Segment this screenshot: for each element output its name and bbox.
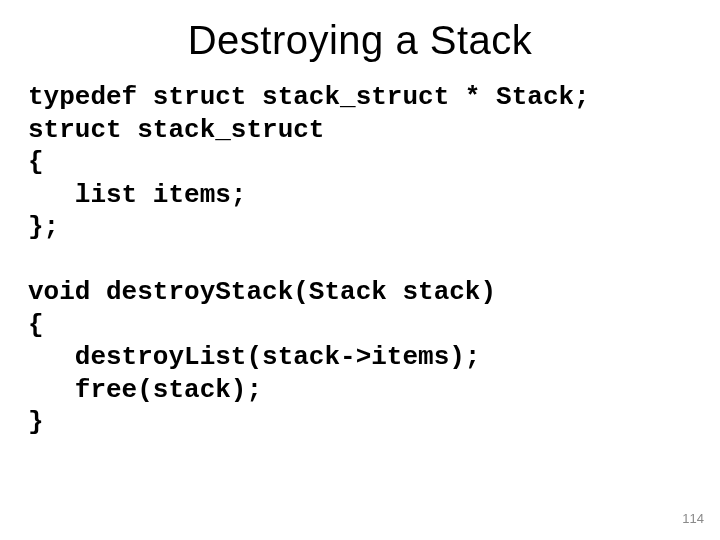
slide: Destroying a Stack typedef struct stack_… [0, 0, 720, 540]
code-block: typedef struct stack_struct * Stack; str… [0, 73, 720, 439]
slide-title: Destroying a Stack [0, 0, 720, 73]
page-number: 114 [682, 511, 704, 526]
